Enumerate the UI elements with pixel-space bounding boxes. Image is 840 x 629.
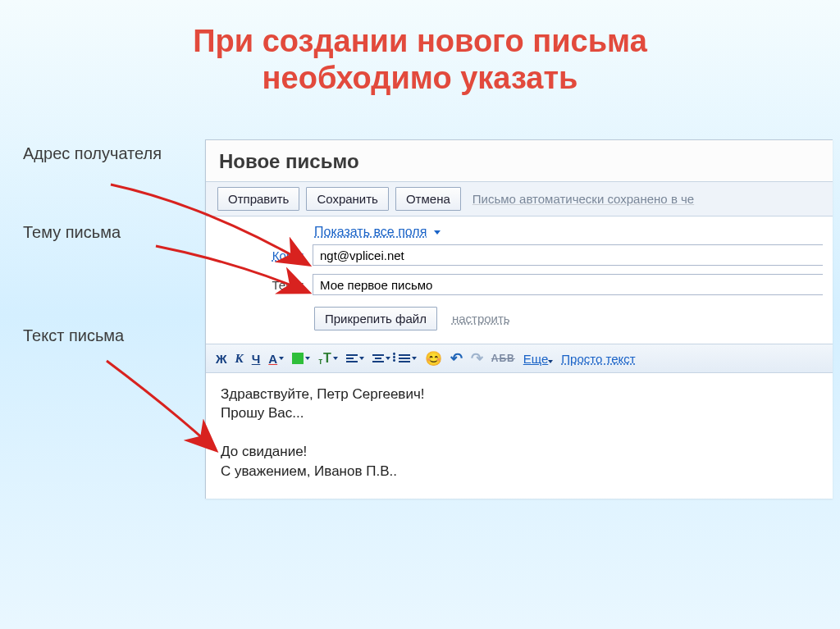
underline-button[interactable]: Ч — [252, 352, 261, 366]
callout-subject: Тему письма — [23, 222, 187, 242]
attach-row: Прикрепить файл настроить — [314, 303, 823, 339]
callout-recipient: Адрес получателя — [23, 144, 187, 163]
highlight-swatch-icon — [292, 353, 304, 364]
callout-body: Текст письма — [23, 326, 187, 345]
slide-title-line1: При создании нового письма — [193, 24, 647, 58]
callouts: Адрес получателя Тему письма Текст письм… — [23, 144, 187, 404]
chevron-down-icon — [386, 357, 390, 360]
font-color-button[interactable]: А — [268, 352, 284, 366]
plain-text-link[interactable]: Просто текст — [561, 352, 635, 366]
slide-title: При создании нового письма необходимо ук… — [0, 0, 840, 97]
fields-area: Показать все поля Кому: Тема: Прикрепить… — [206, 217, 833, 344]
attach-button[interactable]: Прикрепить файл — [314, 307, 437, 330]
indent-button[interactable] — [372, 354, 390, 362]
message-body[interactable]: Здравствуйте, Петр Сергеевич! Прошу Вас.… — [206, 373, 833, 499]
chevron-down-icon — [279, 357, 284, 360]
subject-row: Тема: — [216, 274, 823, 295]
strike-button[interactable]: АБВ — [491, 353, 515, 364]
autosave-status: Письмо автоматически сохранено в че — [472, 192, 694, 206]
to-label[interactable]: Кому: — [272, 248, 304, 262]
email-client-panel: Новое письмо Отправить Сохранить Отмена … — [205, 139, 833, 499]
emoji-button[interactable]: 😊 — [425, 350, 442, 367]
show-all-fields[interactable]: Показать все поля — [314, 225, 823, 239]
chevron-down-icon — [434, 230, 441, 235]
undo-button[interactable]: ↶ — [450, 349, 463, 367]
subject-input[interactable] — [313, 274, 823, 295]
save-button[interactable]: Сохранить — [306, 187, 389, 211]
cancel-button[interactable]: Отмена — [395, 187, 461, 211]
chevron-down-icon — [359, 357, 364, 360]
subject-label: Тема: — [272, 278, 305, 292]
chevron-down-icon — [333, 357, 338, 360]
client-heading: Новое письмо — [206, 140, 833, 181]
align-button[interactable] — [346, 354, 364, 362]
to-input[interactable] — [313, 244, 823, 266]
show-all-fields-link[interactable]: Показать все поля — [314, 225, 427, 239]
italic-button[interactable]: К — [235, 352, 244, 366]
highlight-button[interactable] — [292, 353, 310, 364]
more-formatting[interactable]: Еще — [523, 352, 554, 366]
configure-link[interactable]: настроить — [452, 312, 510, 326]
chevron-down-icon — [412, 357, 417, 360]
list-button[interactable] — [399, 354, 417, 362]
format-toolbar: Ж К Ч А тТ 😊 ↶ ↷ АБВ Е — [206, 344, 833, 373]
redo-button[interactable]: ↷ — [471, 349, 483, 367]
font-color-label: А — [268, 352, 277, 366]
to-row: Кому: — [216, 244, 823, 266]
font-size-button[interactable]: тТ — [318, 351, 338, 366]
send-button[interactable]: Отправить — [217, 187, 299, 211]
chevron-down-icon — [305, 357, 310, 360]
bold-button[interactable]: Ж — [216, 352, 227, 366]
more-link-label: Еще — [523, 352, 549, 366]
main-toolbar: Отправить Сохранить Отмена Письмо автома… — [206, 181, 833, 217]
slide-title-line2: необходимо указать — [262, 61, 578, 95]
chevron-down-icon — [548, 360, 553, 363]
